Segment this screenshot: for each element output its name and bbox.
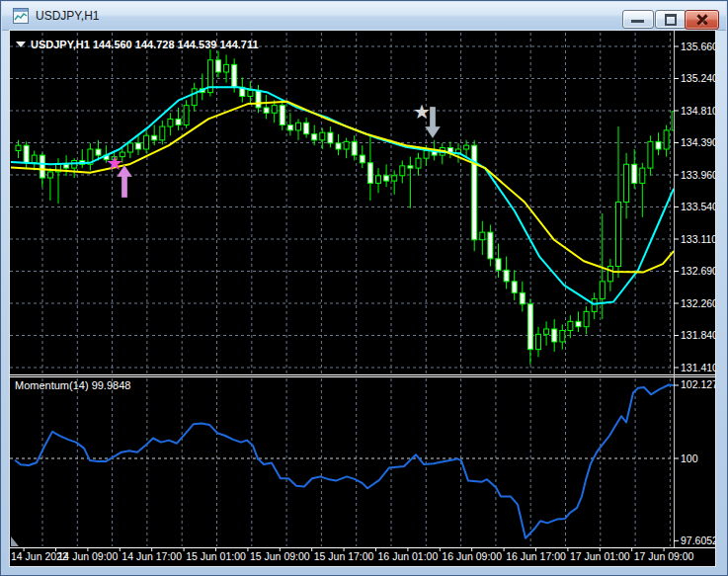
- signal-markers: ★★: [106, 101, 441, 198]
- time-axis[interactable]: 14 Jun 202214 Jun 09:0014 Jun 17:0015 Ju…: [11, 548, 694, 562]
- chart-header: USDJPY,H1 144.560 144.728 144.539 144.71…: [15, 39, 259, 391]
- price-axis-label: 134.810: [681, 105, 715, 117]
- time-axis-label: 15 Jun 17:00: [314, 550, 374, 562]
- candles: [16, 49, 677, 365]
- price-axis-label: 131.410: [681, 362, 715, 373]
- time-axis-label: 14 Jun 09:00: [58, 550, 119, 562]
- chart-window-icon: [13, 8, 29, 24]
- chart-canvas[interactable]: ★★135.660135.240134.810134.390133.960133…: [10, 31, 715, 566]
- price-axis-label: 133.960: [681, 169, 715, 181]
- time-axis-label: 15 Jun 01:00: [186, 550, 246, 562]
- window-title: USDJPY,H1: [36, 9, 99, 23]
- time-axis-label: 17 Jun 09:00: [634, 550, 694, 562]
- momentum-axis-label: 97.6052: [681, 535, 715, 546]
- price-axis[interactable]: 135.660135.240134.810134.390133.960133.5…: [674, 41, 715, 373]
- close-button[interactable]: [685, 10, 719, 30]
- momentum-indicator: [11, 385, 674, 547]
- time-axis-label: 17 Jun 01:00: [570, 550, 630, 562]
- corner-triangle-icon: [11, 536, 19, 546]
- quote-line: USDJPY,H1 144.560 144.728 144.539 144.71…: [31, 39, 259, 50]
- price-axis-label: 133.110: [681, 233, 715, 245]
- star-icon: ★: [413, 101, 431, 123]
- price-axis-label: 131.840: [681, 329, 715, 341]
- momentum-axis-label: 102.1273: [681, 378, 715, 390]
- ma-slow-line: [11, 102, 674, 273]
- time-axis-label: 16 Jun 17:00: [506, 550, 566, 562]
- grid: [10, 33, 674, 546]
- momentum-label: Momentum(14) 99.9848: [15, 379, 130, 391]
- time-axis-label: 14 Jun 17:00: [121, 550, 182, 562]
- price-axis-label: 135.240: [681, 72, 715, 84]
- price-axis-label: 132.260: [681, 297, 715, 309]
- price-axis-label: 135.660: [681, 41, 715, 52]
- price-axis-label: 132.690: [681, 265, 715, 277]
- time-axis-label: 15 Jun 09:00: [250, 550, 310, 562]
- chart-window: USDJPY,H1 ★★135.660135.240134.810134.390…: [0, 0, 728, 576]
- restore-button[interactable]: [655, 10, 687, 29]
- time-axis-label: 16 Jun 09:00: [442, 550, 502, 562]
- title-bar[interactable]: USDJPY,H1: [2, 2, 726, 31]
- chart-client-area[interactable]: ★★135.660135.240134.810134.390133.960133…: [10, 31, 715, 566]
- price-axis-label: 133.540: [681, 201, 715, 212]
- momentum-axis-label: 100: [681, 453, 698, 464]
- buy-signal: ★: [106, 152, 132, 198]
- minimize-button[interactable]: [622, 10, 654, 29]
- time-axis-label: 16 Jun 01:00: [378, 550, 439, 562]
- momentum-line: [15, 385, 674, 538]
- restore-icon: [665, 14, 677, 26]
- sell-signal: ★: [413, 101, 441, 138]
- minimize-icon: [631, 20, 644, 23]
- momentum-axis[interactable]: 102.127310097.6052: [674, 378, 715, 545]
- price-axis-label: 134.390: [681, 136, 715, 148]
- panel-separator[interactable]: [10, 31, 715, 548]
